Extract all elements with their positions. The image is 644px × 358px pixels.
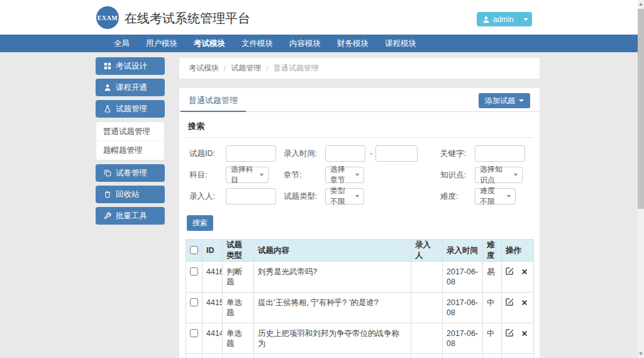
cell-entry-person — [411, 323, 443, 354]
cell-content: 历史上把项羽和刘邦为争夺帝位的战争称为 — [254, 323, 411, 354]
nav-item-file-module[interactable]: 文件模块 — [233, 35, 281, 52]
top-navbar: 全局 用户模块 考试模块 文件模块 内容模块 财务模块 课程模块 — [0, 35, 644, 52]
chevron-down-icon — [355, 174, 359, 176]
question-id-input[interactable] — [226, 145, 276, 162]
add-question-label: 添加试题 — [485, 96, 515, 106]
submenu-item-cap-question[interactable]: 题帽题管理 — [96, 141, 164, 160]
nav-item-user-module[interactable]: 用户模块 — [138, 35, 186, 52]
cell-type: 单选题 — [223, 354, 254, 358]
knowledge-label: 知识点: — [440, 167, 466, 184]
search-form-row-3: 录入人: 试题类型: 类型不限 难度: 难度不限 — [186, 188, 533, 205]
time-start-input[interactable] — [325, 145, 365, 162]
admin-dropdown-toggle[interactable] — [519, 12, 532, 26]
wrench-icon — [104, 212, 111, 220]
cell-type: 单选题 — [223, 323, 254, 354]
cell-entry-time: 2017-06-08 — [443, 323, 483, 354]
cell-entry-person — [411, 262, 443, 293]
knowledge-select[interactable]: 选择知识点 — [475, 167, 523, 183]
sidebar-item-course-open[interactable]: 课程开通 — [96, 79, 165, 96]
col-header-id: ID — [203, 240, 223, 262]
subject-label: 科目: — [189, 167, 207, 184]
search-button[interactable]: 搜索 — [187, 215, 213, 231]
exam-logo: EXAM — [96, 6, 119, 29]
question-table: ID 试题类型 试题内容 录入人 录入时间 难度 操作 4416 判断题 刘秀 — [186, 239, 534, 358]
table-header-row: ID 试题类型 试题内容 录入人 录入时间 难度 操作 — [186, 240, 534, 262]
breadcrumb-separator: / — [266, 64, 268, 73]
chapter-select[interactable]: 选择章节 — [325, 167, 364, 183]
nav-item-global[interactable]: 全局 — [106, 35, 138, 52]
delete-icon[interactable] — [521, 298, 528, 308]
question-type-label: 试题类型: — [284, 188, 317, 205]
cell-id: 4413 — [203, 354, 223, 358]
app-header: EXAM 在线考试系统管理平台 admin — [0, 0, 644, 35]
cell-entry-person — [411, 293, 443, 323]
keyword-input[interactable] — [475, 145, 525, 162]
time-end-input[interactable] — [375, 145, 418, 162]
table-row: 4413 单选题 王充是哪个朝代的人 2017-06-08 中 — [186, 354, 534, 358]
cell-entry-person — [411, 354, 443, 358]
nav-item-exam-module[interactable]: 考试模块 — [186, 35, 233, 52]
difficulty-select[interactable]: 难度不限 — [475, 188, 516, 204]
chapter-select-value: 选择章节 — [330, 164, 350, 186]
scroll-up-icon[interactable] — [639, 3, 643, 6]
delete-icon[interactable] — [521, 329, 528, 339]
col-header-entry-person: 录入人 — [411, 240, 443, 262]
scrollbar-thumb[interactable] — [638, 9, 644, 209]
search-form-row-2: 科目: 选择科目 章节: 选择章节 知识点: 选择知识点 — [186, 167, 533, 184]
col-header-difficulty: 难度 — [483, 240, 502, 262]
cell-id: 4414 — [203, 323, 223, 354]
scroll-down-icon[interactable] — [639, 352, 643, 355]
cell-content: 王充是哪个朝代的人 — [254, 354, 411, 358]
admin-button[interactable]: admin — [477, 12, 519, 26]
question-type-select[interactable]: 类型不限 — [325, 188, 364, 204]
subject-select[interactable]: 选择科目 — [226, 167, 269, 183]
delete-icon[interactable] — [521, 267, 528, 277]
row-checkbox[interactable] — [190, 298, 198, 306]
cell-type: 判断题 — [223, 262, 254, 293]
difficulty-select-value: 难度不限 — [480, 186, 502, 207]
page-title: 在线考试系统管理平台 — [125, 10, 250, 27]
cell-id: 4415 — [203, 293, 223, 323]
edit-icon[interactable] — [506, 298, 514, 308]
submenu-item-normal-question[interactable]: 普通试题管理 — [96, 122, 164, 141]
sidebar-item-question-manage[interactable]: 试题管理 — [96, 100, 165, 118]
col-header-content: 试题内容 — [254, 240, 411, 262]
sidebar-item-paper-manage[interactable]: 试卷管理 — [96, 164, 165, 182]
entry-person-input[interactable] — [226, 188, 276, 204]
table-row: 4415 单选题 提出'王侯将相, 宁有种乎? '的是谁? 2017-06-08… — [186, 293, 534, 323]
edit-icon[interactable] — [506, 267, 514, 277]
nav-item-course-module[interactable]: 课程模块 — [377, 35, 425, 52]
edit-icon[interactable] — [506, 328, 514, 339]
cell-difficulty: 中 — [483, 323, 502, 354]
sidebar-item-batch-tools[interactable]: 批量工具 — [96, 207, 165, 225]
add-question-button[interactable]: 添加试题 — [479, 93, 530, 108]
sidebar-item-label: 考试设计 — [116, 61, 147, 72]
breadcrumb-item-question-manage[interactable]: 试题管理 — [231, 63, 261, 74]
sidebar-item-label: 回收站 — [116, 189, 140, 200]
page-scrollbar[interactable] — [638, 0, 644, 358]
nav-item-finance-module[interactable]: 财务模块 — [329, 35, 377, 52]
cell-difficulty: 易 — [483, 262, 502, 293]
panel-tab-bar: 普通试题管理 添加试题 — [179, 88, 540, 112]
row-checkbox[interactable] — [190, 267, 198, 276]
sidebar-item-recycle-bin[interactable]: 回收站 — [96, 186, 165, 203]
trash-icon — [104, 191, 111, 198]
sidebar-item-label: 批量工具 — [116, 211, 147, 221]
col-header-actions: 操作 — [502, 240, 534, 262]
cell-entry-time: 2017-06-08 — [443, 354, 483, 358]
chevron-down-icon — [260, 174, 264, 176]
row-checkbox[interactable] — [190, 329, 198, 337]
select-all-checkbox[interactable] — [190, 246, 198, 254]
sidebar-item-label: 试卷管理 — [116, 168, 147, 179]
nav-item-content-module[interactable]: 内容模块 — [281, 35, 329, 52]
admin-user-menu[interactable]: admin — [477, 12, 532, 26]
sidebar-item-exam-design[interactable]: 考试设计 — [96, 57, 165, 75]
breadcrumb-item-exam-module[interactable]: 考试模块 — [189, 63, 219, 74]
tab-normal-question-manage[interactable]: 普通试题管理 — [180, 88, 246, 112]
date-range-separator: - — [370, 145, 372, 162]
flask-icon — [104, 105, 111, 113]
entry-time-label: 录入时间: — [284, 145, 317, 162]
subject-select-value: 选择科目 — [231, 164, 255, 186]
copy-icon — [104, 169, 111, 177]
chevron-down-icon — [523, 18, 528, 21]
